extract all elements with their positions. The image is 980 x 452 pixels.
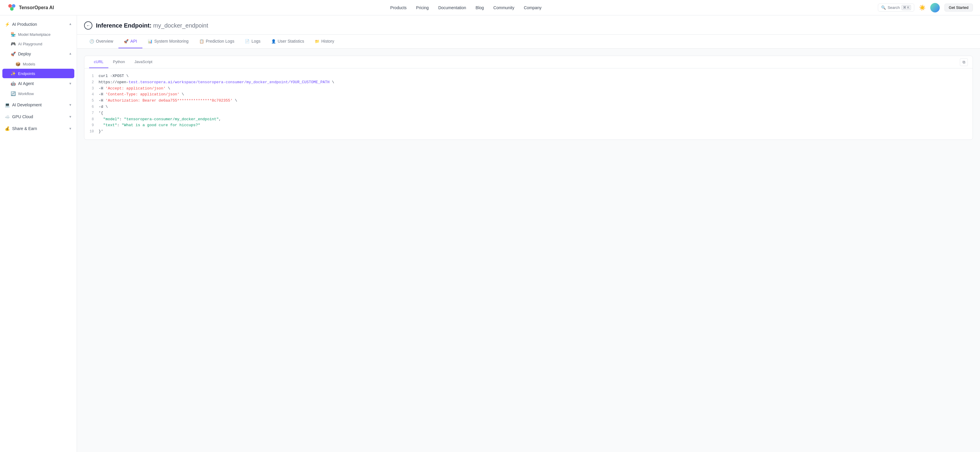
- svg-point-1: [12, 4, 15, 8]
- tab-history[interactable]: 📁 History: [309, 35, 340, 48]
- code-block: 1 curl -XPOST \ 2 https://open-test.tens…: [84, 68, 973, 140]
- sidebar-item-models[interactable]: 📦 Models: [0, 59, 77, 69]
- tab-user-statistics-label: User Statistics: [278, 39, 304, 43]
- nav-community[interactable]: Community: [493, 5, 514, 10]
- logo[interactable]: TensorOpera AI: [7, 3, 54, 13]
- sidebar-header-deploy[interactable]: 🚀 Deploy ▼: [0, 49, 77, 59]
- code-line-9: 9 "text": "What is a good cure for hiccu…: [84, 123, 973, 129]
- nav-company[interactable]: Company: [524, 5, 541, 10]
- sidebar-item-model-marketplace[interactable]: 🏪 Model Marketplace: [0, 30, 77, 39]
- nav-products[interactable]: Products: [390, 5, 407, 10]
- nav-right: 🔍 Search ⌘ K ☀️ Get Started: [878, 3, 973, 13]
- deploy-icon: 🚀: [11, 51, 16, 56]
- ai-agent-label: AI Agent: [18, 81, 34, 86]
- deploy-chevron: ▼: [69, 52, 72, 56]
- ai-playground-label: AI Playground: [18, 42, 42, 46]
- search-box[interactable]: 🔍 Search ⌘ K: [878, 3, 914, 11]
- sidebar-item-ai-playground[interactable]: 🎮 AI Playground: [0, 39, 77, 49]
- page-title-value: my_docker_endpoint: [153, 22, 208, 29]
- model-marketplace-label: Model Marketplace: [18, 32, 51, 37]
- ai-agent-chevron: ▼: [69, 82, 72, 85]
- tab-system-monitoring-icon: 📊: [148, 39, 153, 43]
- ai-agent-icon: 🤖: [11, 81, 16, 86]
- tab-prediction-logs[interactable]: 📋 Prediction Logs: [194, 35, 240, 48]
- code-tab-javascript[interactable]: JavaScript: [130, 56, 157, 68]
- sidebar-header-ai-production[interactable]: ⚡ AI Production ▼: [0, 19, 77, 30]
- nav-documentation[interactable]: Documentation: [438, 5, 466, 10]
- sidebar: ⚡ AI Production ▼ 🏪 Model Marketplace 🎮 …: [0, 15, 77, 452]
- code-line-4: 4 -H 'Content-Type: application/json' \: [84, 92, 973, 98]
- tab-user-statistics[interactable]: 👤 User Statistics: [266, 35, 309, 48]
- sidebar-item-endpoints[interactable]: ✨ Endpoints: [2, 69, 74, 78]
- sidebar-section-gpu-cloud: ☁️ GPU Cloud ▼: [0, 111, 77, 122]
- share-earn-icon: 💰: [5, 126, 10, 131]
- sidebar-item-workflow[interactable]: 🔄 Workflow: [0, 89, 77, 98]
- endpoints-icon: ✨: [11, 71, 16, 76]
- code-card: cURL Python JavaScript ⧉ 1 curl -XPOST \…: [84, 56, 973, 140]
- code-line-5: 5 -H 'Authorization: Bearer de6aa755****…: [84, 98, 973, 104]
- code-line-10: 10 }': [84, 129, 973, 135]
- theme-toggle[interactable]: ☀️: [919, 5, 926, 11]
- sidebar-header-ai-development[interactable]: 💻 AI Development ▼: [0, 100, 77, 110]
- code-line-3: 3 -H 'Accept: application/json' \: [84, 86, 973, 92]
- back-icon: ←: [86, 23, 90, 28]
- ai-development-icon: 💻: [5, 102, 10, 107]
- ai-production-label: AI Production: [12, 22, 37, 27]
- code-line-8: 8 "model": "tensoropera-consumer/my_dock…: [84, 116, 973, 123]
- ai-development-chevron: ▼: [69, 103, 72, 107]
- tab-overview[interactable]: 🕐 Overview: [84, 35, 118, 48]
- search-label: Search: [888, 5, 900, 10]
- workflow-icon: 🔄: [11, 91, 16, 96]
- main-content: ← Inference Endpoint: my_docker_endpoint…: [77, 15, 980, 452]
- nav-links: Products Pricing Documentation Blog Comm…: [390, 5, 541, 10]
- code-line-1: 1 curl -XPOST \: [84, 73, 973, 80]
- back-button[interactable]: ←: [84, 21, 92, 30]
- tab-user-statistics-icon: 👤: [271, 39, 276, 43]
- tab-api[interactable]: 🚀 API: [118, 35, 142, 48]
- page-header: ← Inference Endpoint: my_docker_endpoint: [77, 15, 980, 35]
- share-earn-label: Share & Earn: [12, 126, 37, 131]
- sidebar-header-ai-agent[interactable]: 🤖 AI Agent ▼: [0, 78, 77, 89]
- copy-button[interactable]: ⧉: [960, 58, 968, 66]
- nav-blog[interactable]: Blog: [476, 5, 484, 10]
- code-tabs-left: cURL Python JavaScript: [89, 56, 157, 68]
- get-started-button[interactable]: Get Started: [945, 3, 973, 11]
- code-tab-python[interactable]: Python: [108, 56, 130, 68]
- share-earn-chevron: ▼: [69, 127, 72, 131]
- workflow-label: Workflow: [18, 92, 34, 96]
- tab-system-monitoring-label: System Monitoring: [154, 39, 189, 43]
- ai-production-chevron: ▼: [69, 22, 72, 26]
- models-label: Models: [23, 62, 35, 66]
- tab-system-monitoring[interactable]: 📊 System Monitoring: [142, 35, 194, 48]
- avatar[interactable]: [930, 3, 940, 13]
- svg-point-2: [10, 7, 14, 11]
- gpu-cloud-icon: ☁️: [5, 115, 10, 119]
- code-line-2: 2 https://open-test.tensoropera.ai/works…: [84, 80, 973, 86]
- endpoints-label: Endpoints: [18, 72, 35, 76]
- search-kbd: ⌘ K: [902, 5, 911, 10]
- sidebar-section-share-earn: 💰 Share & Earn ▼: [0, 123, 77, 134]
- tab-prediction-logs-label: Prediction Logs: [206, 39, 234, 43]
- gpu-cloud-label: GPU Cloud: [12, 115, 33, 119]
- code-tab-curl[interactable]: cURL: [89, 56, 108, 68]
- nav-pricing[interactable]: Pricing: [416, 5, 429, 10]
- tab-logs-label: Logs: [251, 39, 260, 43]
- code-tabs: cURL Python JavaScript ⧉: [84, 56, 973, 68]
- tab-overview-label: Overview: [96, 39, 113, 43]
- ai-playground-icon: 🎮: [11, 41, 16, 46]
- tab-overview-icon: 🕐: [89, 39, 94, 43]
- tab-logs[interactable]: 📄 Logs: [240, 35, 266, 48]
- search-icon: 🔍: [881, 5, 886, 10]
- tab-history-label: History: [321, 39, 334, 43]
- tab-api-label: API: [130, 39, 137, 43]
- sidebar-header-gpu-cloud[interactable]: ☁️ GPU Cloud ▼: [0, 111, 77, 122]
- logo-text: TensorOpera AI: [19, 5, 54, 10]
- ai-development-label: AI Development: [12, 102, 42, 107]
- tab-history-icon: 📁: [315, 39, 320, 43]
- tabs-bar: 🕐 Overview 🚀 API 📊 System Monitoring 📋 P…: [77, 35, 980, 49]
- tab-logs-icon: 📄: [245, 39, 250, 43]
- sidebar-header-share-earn[interactable]: 💰 Share & Earn ▼: [0, 123, 77, 134]
- deploy-label: Deploy: [18, 51, 31, 56]
- page-title: Inference Endpoint: my_docker_endpoint: [96, 22, 208, 29]
- content-area: cURL Python JavaScript ⧉ 1 curl -XPOST \…: [77, 49, 980, 147]
